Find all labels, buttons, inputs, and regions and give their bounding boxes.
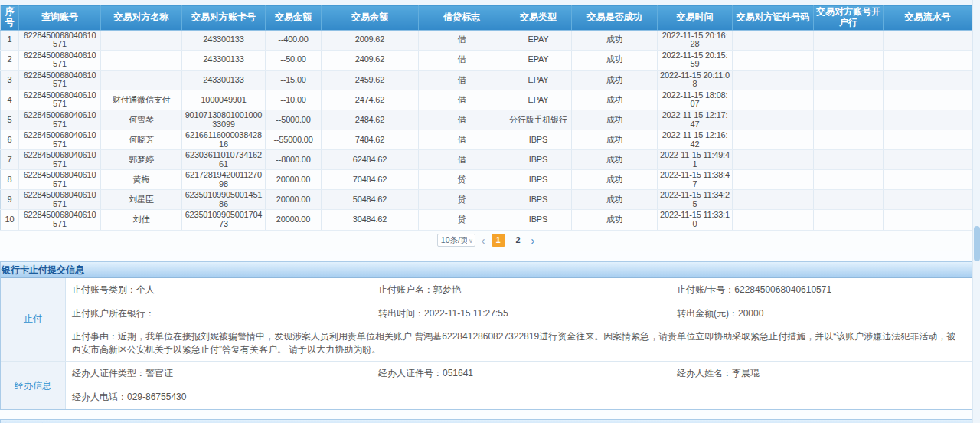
- cell-debit-credit-flag: 借: [419, 130, 505, 150]
- field-transfer-time: 转出时间：2022-11-15 11:27:55: [372, 302, 671, 326]
- cell-serial-no: [884, 190, 972, 210]
- cell-opening-bank: [814, 210, 884, 230]
- cell-amount: --15.00: [266, 70, 322, 90]
- cell-txn-type: IBPS: [505, 170, 572, 190]
- cell-txn-time: 2022-11-15 20:11:08: [658, 70, 733, 90]
- field-operator-cert-no: 经办人证件号：051641: [372, 362, 671, 385]
- field-stop-card-no: 止付账/卡号：6228450068040610571: [671, 278, 972, 302]
- cell-txn-time: 2022-11-15 11:33:10: [658, 210, 733, 230]
- multi-card-panel-title: 多级卡信息: [1, 420, 972, 423]
- transaction-row[interactable]: 9 6228450068040610571 刘星臣 62350109905001…: [1, 190, 972, 210]
- transaction-header-row: 序号 查询账号 交易对方名称 交易对方账卡号 交易金额 交易余额 借贷标志 交易…: [1, 5, 972, 31]
- cell-debit-credit-flag: 贷: [419, 190, 505, 210]
- col-seq: 序号: [1, 5, 19, 31]
- cell-txn-type: IBPS: [505, 210, 572, 230]
- cell-cert-no: [733, 110, 814, 130]
- cell-counterparty-name: 郭梦婷: [101, 150, 182, 170]
- cell-amount: --400.00: [266, 30, 322, 50]
- transaction-row[interactable]: 6 6228450068040610571 何晓芳 62166116000038…: [1, 130, 972, 150]
- cell-txn-time: 2022-11-15 18:08:07: [658, 90, 733, 110]
- cell-txn-type: IBPS: [505, 150, 572, 170]
- cell-txn-type: EPAY: [505, 30, 572, 50]
- cell-counterparty-name: 何雪琴: [101, 110, 182, 130]
- prev-page-icon[interactable]: ‹: [482, 234, 485, 247]
- cell-success: 成功: [572, 130, 658, 150]
- page-button-2[interactable]: 2: [511, 234, 525, 247]
- cell-txn-time: 2022-11-15 11:49:41: [658, 150, 733, 170]
- cell-serial-no: [884, 150, 972, 170]
- cell-cert-no: [733, 210, 814, 230]
- field-operator-cert-type: 经办人证件类型：警官证: [66, 362, 372, 385]
- cell-amount: --5000.00: [266, 110, 322, 130]
- stop-payment-panel-title: 银行卡止付提交信息: [1, 262, 972, 278]
- col-counterparty-name: 交易对方名称: [101, 5, 182, 31]
- transaction-row[interactable]: 3 6228450068040610571 243300133 --15.00 …: [1, 70, 972, 90]
- cell-success: 成功: [572, 30, 658, 50]
- multi-card-panel: 多级卡信息 序号 级别 止付类型 所属机构 账号 余额: [0, 419, 972, 423]
- cell-opening-bank: [814, 30, 884, 50]
- cell-serial-no: [884, 170, 972, 190]
- transaction-row[interactable]: 1 6228450068040610571 243300133 --400.00…: [1, 30, 972, 50]
- cell-cert-no: [733, 150, 814, 170]
- cell-success: 成功: [572, 70, 658, 90]
- col-txn-type: 交易类型: [505, 5, 572, 31]
- cell-query-account: 6228450068040610571: [19, 210, 101, 230]
- cell-query-account: 6228450068040610571: [19, 130, 101, 150]
- cell-success: 成功: [572, 170, 658, 190]
- stop-payment-group: 止付 止付账号类别：个人 止付账户名：郭梦艳 止付账/卡号：6228450068…: [1, 278, 972, 362]
- transaction-row[interactable]: 8 6228450068040610571 黄梅 621728194200112…: [1, 170, 972, 190]
- stop-payment-panel: 银行卡止付提交信息 止付 止付账号类别：个人 止付账户名：郭梦艳 止付账/卡号：…: [0, 261, 972, 411]
- cell-query-account: 6228450068040610571: [19, 170, 101, 190]
- cell-counterparty-name: 刘佳: [101, 210, 182, 230]
- next-page-icon[interactable]: ›: [531, 234, 535, 247]
- col-txn-time: 交易时间: [658, 5, 733, 31]
- transaction-row[interactable]: 5 6228450068040610571 何雪琴 90107130801001…: [1, 110, 972, 130]
- cell-counterparty-card: 6235010990500170473: [182, 210, 266, 230]
- cell-serial-no: [884, 70, 972, 90]
- col-success: 交易是否成功: [572, 5, 658, 31]
- cell-query-account: 6228450068040610571: [19, 150, 101, 170]
- cell-seq: 4: [1, 90, 19, 110]
- col-cert-no: 交易对方证件号码: [733, 5, 814, 31]
- cell-txn-type: IBPS: [505, 190, 572, 210]
- cell-txn-type: EPAY: [505, 90, 572, 110]
- cell-balance: 2409.62: [322, 50, 419, 70]
- field-stop-account-name: 止付账户名：郭梦艳: [372, 278, 671, 302]
- field-operator-name: 经办人姓名：李晨琨: [671, 362, 972, 385]
- cell-cert-no: [733, 130, 814, 150]
- page-size-label: 10条/页: [441, 235, 469, 244]
- cell-counterparty-card: 6216611600003842816: [182, 130, 266, 150]
- cell-seq: 10: [1, 210, 19, 230]
- col-balance: 交易余额: [322, 5, 419, 31]
- cell-serial-no: [884, 50, 972, 70]
- transaction-row[interactable]: 4 6228450068040610571 财付通微信支付 1000049901…: [1, 90, 972, 110]
- cell-query-account: 6228450068040610571: [19, 30, 101, 50]
- cell-counterparty-name: 黄梅: [101, 170, 182, 190]
- cell-txn-type: EPAY: [505, 70, 572, 90]
- cell-counterparty-name: 刘星臣: [101, 190, 182, 210]
- cell-opening-bank: [814, 130, 884, 150]
- page-size-select[interactable]: 10条/页 ∨: [437, 234, 475, 247]
- stop-payment-page: 序号 查询账号 交易对方名称 交易对方账卡号 交易金额 交易余额 借贷标志 交易…: [0, 0, 980, 423]
- cell-seq: 8: [1, 170, 19, 190]
- cell-counterparty-card: 1000049901: [182, 90, 266, 110]
- cell-cert-no: [733, 90, 814, 110]
- cell-opening-bank: [814, 90, 884, 110]
- col-counterparty-card: 交易对方账卡号: [182, 5, 266, 31]
- vertical-scrollbar[interactable]: [972, 0, 980, 423]
- cell-counterparty-card: 6235010990500145186: [182, 190, 266, 210]
- cell-counterparty-card: 6230361101073416261: [182, 150, 266, 170]
- transaction-row[interactable]: 2 6228450068040610571 243300133 --50.00 …: [1, 50, 972, 70]
- cell-txn-time: 2022-11-15 20:16:28: [658, 30, 733, 50]
- cell-counterparty-name: [101, 30, 182, 50]
- cell-seq: 3: [1, 70, 19, 90]
- cell-serial-no: [884, 90, 972, 110]
- cell-opening-bank: [814, 150, 884, 170]
- cell-counterparty-name: 何晓芳: [101, 130, 182, 150]
- scrollbar-thumb[interactable]: [974, 226, 980, 261]
- cell-serial-no: [884, 110, 972, 130]
- page-button-1[interactable]: 1: [492, 234, 505, 247]
- transaction-row[interactable]: 7 6228450068040610571 郭梦婷 62303611010734…: [1, 150, 972, 170]
- transaction-row[interactable]: 10 6228450068040610571 刘佳 62350109905001…: [1, 210, 972, 230]
- cell-serial-no: [884, 210, 972, 230]
